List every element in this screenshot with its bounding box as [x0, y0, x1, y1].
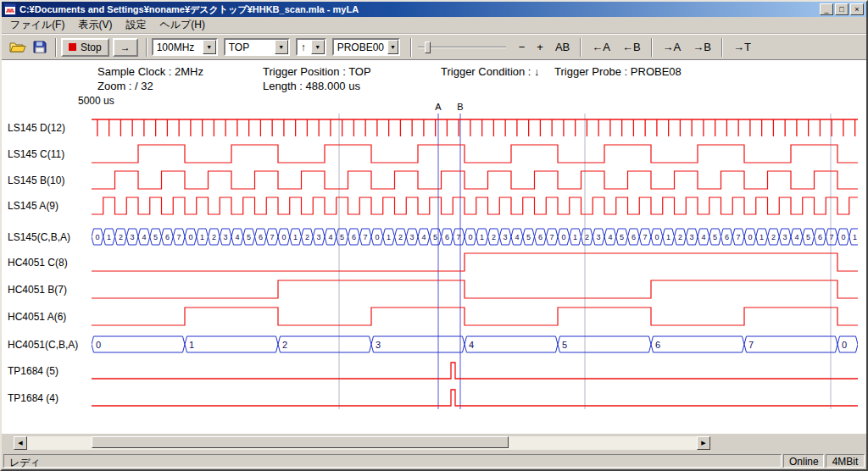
- menu-settings[interactable]: 設定: [119, 15, 153, 35]
- open-folder-icon: [9, 41, 26, 53]
- svg-text:1: 1: [760, 233, 764, 241]
- waveform-plot[interactable]: AB01234567012345670123456701234567012345…: [92, 100, 858, 417]
- chevron-down-icon[interactable]: ▼: [387, 40, 398, 54]
- channel-label: HC4051(C,B,A): [8, 338, 78, 352]
- svg-text:1: 1: [293, 233, 298, 241]
- svg-text:3: 3: [224, 233, 228, 241]
- svg-text:6: 6: [165, 233, 170, 241]
- chevron-down-icon[interactable]: ▼: [275, 40, 288, 54]
- svg-text:7: 7: [177, 233, 181, 241]
- zoom-text: Zoom : / 32: [97, 80, 153, 92]
- jump-to-cursor-a-button[interactable]: ←A: [587, 38, 615, 56]
- move-cursor-a-button[interactable]: →A: [658, 38, 687, 56]
- menu-help[interactable]: ヘルプ(H): [153, 15, 212, 35]
- svg-text:3: 3: [783, 233, 787, 241]
- stop-label: Stop: [81, 42, 102, 53]
- trigger-edge-combo[interactable]: ↑ ▼: [296, 38, 326, 56]
- svg-text:7: 7: [643, 233, 648, 241]
- scroll-right-button[interactable]: ▶: [697, 436, 710, 450]
- svg-text:0: 0: [375, 233, 379, 241]
- svg-text:4: 4: [608, 233, 612, 241]
- app-icon: [4, 3, 16, 15]
- svg-text:7: 7: [457, 233, 461, 241]
- stop-button[interactable]: Stop: [61, 38, 109, 57]
- ab-cursor-button[interactable]: AB: [550, 38, 575, 56]
- svg-text:0: 0: [281, 233, 286, 241]
- svg-text:3: 3: [410, 233, 415, 241]
- chevron-down-icon[interactable]: ▼: [203, 40, 216, 54]
- menu-view[interactable]: 表示(V): [71, 15, 119, 35]
- svg-text:7: 7: [364, 233, 368, 241]
- zoom-slider-thumb[interactable]: [425, 42, 431, 53]
- trigger-position-text: Trigger Position : TOP: [263, 65, 371, 78]
- horizontal-scrollbar[interactable]: ◀ ▶: [14, 436, 710, 450]
- svg-text:3: 3: [690, 233, 694, 241]
- svg-text:3: 3: [376, 340, 381, 350]
- svg-text:6: 6: [259, 233, 263, 241]
- zoom-out-button[interactable]: −: [514, 38, 531, 56]
- menu-file[interactable]: ファイル(F): [3, 15, 71, 35]
- channel-label: LS145 A(9): [8, 199, 58, 213]
- svg-text:2: 2: [492, 233, 496, 241]
- svg-text:2: 2: [119, 233, 123, 241]
- jump-to-cursor-b-button[interactable]: ←B: [617, 38, 646, 56]
- maximize-button[interactable]: □: [835, 3, 849, 15]
- svg-text:5: 5: [247, 233, 251, 241]
- window-title: C:¥Documents and Settings¥noname¥デスクトップ¥…: [19, 3, 820, 16]
- zoom-slider[interactable]: [418, 38, 506, 57]
- svg-text:6: 6: [655, 340, 660, 350]
- jump-to-trigger-button[interactable]: →T: [728, 38, 756, 56]
- run-button[interactable]: →: [113, 38, 138, 57]
- svg-text:7: 7: [550, 233, 554, 241]
- svg-text:0: 0: [841, 233, 845, 241]
- svg-text:B: B: [457, 102, 463, 112]
- scroll-left-button[interactable]: ◀: [14, 436, 27, 450]
- svg-text:2: 2: [398, 233, 403, 241]
- svg-text:0: 0: [96, 340, 101, 350]
- save-button[interactable]: [29, 37, 51, 58]
- svg-text:5: 5: [562, 340, 567, 350]
- move-cursor-b-button[interactable]: →B: [687, 38, 716, 56]
- svg-text:1: 1: [200, 233, 204, 241]
- channel-label: LS145 B(10): [8, 174, 64, 187]
- svg-text:1: 1: [480, 233, 484, 241]
- channel-label: TP1684 (4): [8, 391, 58, 405]
- trigger-probe-combo[interactable]: PROBE00 ▼: [332, 38, 400, 56]
- sample-clock-combo[interactable]: 100MHz ▼: [152, 38, 218, 56]
- close-button[interactable]: ×: [850, 3, 864, 15]
- svg-text:0: 0: [842, 340, 847, 350]
- svg-text:1: 1: [387, 233, 391, 241]
- svg-text:6: 6: [632, 233, 636, 241]
- chevron-down-icon[interactable]: ▼: [311, 40, 325, 54]
- status-memory: 4MBit: [826, 454, 865, 468]
- open-button[interactable]: [7, 37, 29, 58]
- channel-label: HC4051 A(6): [8, 310, 66, 324]
- scrollbar-thumb[interactable]: [92, 436, 509, 448]
- channel-label: HC4051 C(8): [8, 256, 68, 269]
- app-window: C:¥Documents and Settings¥noname¥デスクトップ¥…: [0, 0, 868, 471]
- svg-text:1: 1: [573, 233, 577, 241]
- svg-text:6: 6: [352, 233, 356, 241]
- toolbar: Stop → 100MHz ▼ TOP ▼ ↑ ▼ PROBE00 ▼ − + …: [2, 34, 866, 60]
- svg-text:3: 3: [131, 233, 135, 241]
- trigger-position-value: TOP: [225, 42, 275, 53]
- svg-text:2: 2: [585, 233, 589, 241]
- zoom-in-button[interactable]: +: [531, 38, 548, 56]
- svg-text:0: 0: [748, 233, 752, 241]
- svg-text:5: 5: [713, 233, 717, 241]
- svg-text:7: 7: [737, 233, 741, 241]
- scrollbar-track[interactable]: [27, 436, 697, 450]
- svg-text:6: 6: [538, 233, 542, 241]
- svg-text:A: A: [435, 102, 442, 112]
- svg-text:7: 7: [830, 233, 834, 241]
- svg-text:5: 5: [526, 233, 531, 241]
- trigger-position-combo[interactable]: TOP ▼: [224, 38, 290, 56]
- svg-text:3: 3: [317, 233, 321, 241]
- scroll-strip: ◀ ▶: [2, 434, 866, 452]
- svg-text:0: 0: [468, 233, 472, 241]
- channel-label: HC4051 B(7): [8, 283, 67, 296]
- minimize-button[interactable]: _: [820, 3, 833, 15]
- svg-text:1: 1: [853, 233, 857, 241]
- svg-text:2: 2: [305, 233, 309, 241]
- svg-text:4: 4: [794, 233, 798, 241]
